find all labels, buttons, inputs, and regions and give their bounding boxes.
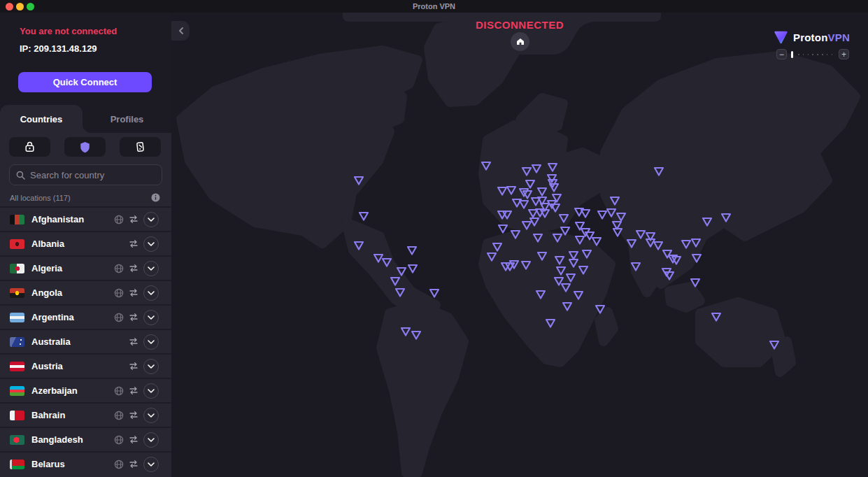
server-pin[interactable] bbox=[768, 339, 781, 350]
server-pin[interactable] bbox=[553, 255, 566, 266]
country-row[interactable]: Belarus bbox=[0, 451, 171, 476]
server-pin[interactable] bbox=[532, 232, 544, 243]
country-row-icons bbox=[114, 310, 159, 325]
expand-country-button[interactable] bbox=[143, 261, 159, 276]
country-row[interactable]: Bangladesh bbox=[0, 427, 171, 451]
country-row[interactable]: Angola bbox=[0, 280, 171, 304]
country-row[interactable]: Bahrain bbox=[0, 402, 171, 427]
ip-address-label: IP: 209.131.48.129 bbox=[20, 43, 97, 54]
tab-countries[interactable]: Countries bbox=[0, 105, 83, 133]
country-list: Afghanistan Albania bbox=[0, 206, 171, 476]
server-pin[interactable] bbox=[581, 248, 593, 259]
server-pin[interactable] bbox=[689, 277, 702, 288]
expand-country-button[interactable] bbox=[143, 334, 159, 350]
server-pin[interactable] bbox=[380, 257, 393, 268]
server-pin[interactable] bbox=[505, 185, 518, 196]
server-pin[interactable] bbox=[560, 282, 572, 293]
chevron-down-icon bbox=[148, 315, 155, 320]
server-pin[interactable] bbox=[557, 213, 570, 224]
secure-core-filter-button[interactable] bbox=[9, 137, 50, 157]
server-pin[interactable] bbox=[579, 208, 592, 219]
server-pin[interactable] bbox=[544, 318, 557, 329]
expand-country-button[interactable] bbox=[143, 285, 159, 301]
server-pin[interactable] bbox=[406, 245, 418, 256]
flag-bangladesh bbox=[10, 435, 24, 445]
server-pin[interactable] bbox=[663, 270, 676, 281]
sidebar-tabs: Countries Profiles bbox=[0, 105, 171, 133]
server-pin[interactable] bbox=[690, 252, 703, 264]
server-pin[interactable] bbox=[536, 250, 548, 262]
server-pin[interactable] bbox=[520, 259, 532, 271]
tor-filter-button[interactable] bbox=[120, 137, 161, 157]
country-row[interactable]: Algeria bbox=[0, 255, 171, 280]
server-pin[interactable] bbox=[611, 227, 624, 238]
server-pin[interactable] bbox=[559, 225, 571, 236]
country-row[interactable]: Austria bbox=[0, 353, 171, 378]
info-icon[interactable] bbox=[151, 193, 160, 202]
server-pin[interactable] bbox=[508, 259, 520, 270]
expand-country-button[interactable] bbox=[143, 432, 159, 448]
server-pin[interactable] bbox=[480, 160, 492, 171]
country-row[interactable]: Azerbaijan bbox=[0, 378, 171, 402]
home-button[interactable] bbox=[511, 32, 529, 51]
expand-country-button[interactable] bbox=[143, 310, 159, 325]
server-pin[interactable] bbox=[406, 263, 419, 274]
server-pin[interactable] bbox=[485, 251, 498, 262]
server-pin[interactable] bbox=[497, 223, 509, 234]
p2p-shield-filter-button[interactable] bbox=[64, 137, 106, 157]
server-pin[interactable] bbox=[546, 162, 559, 173]
server-pin[interactable] bbox=[428, 287, 441, 299]
search-input[interactable] bbox=[30, 170, 155, 180]
expand-country-button[interactable] bbox=[143, 383, 159, 399]
p2p-arrows-icon bbox=[129, 337, 138, 346]
country-row[interactable]: Australia bbox=[0, 329, 171, 353]
chevron-down-icon bbox=[148, 438, 155, 442]
server-pin[interactable] bbox=[353, 240, 365, 251]
country-name: Bangladesh bbox=[31, 434, 107, 445]
p2p-arrows-icon bbox=[129, 288, 138, 297]
server-pin[interactable] bbox=[590, 236, 603, 247]
zoom-out-button[interactable]: − bbox=[776, 49, 787, 59]
quick-connect-button[interactable]: Quick Connect bbox=[18, 72, 152, 92]
server-pin[interactable] bbox=[653, 166, 665, 177]
server-pin[interactable] bbox=[530, 163, 543, 174]
expand-country-button[interactable] bbox=[143, 457, 159, 472]
collapse-sidebar-button[interactable] bbox=[171, 21, 190, 41]
server-pin[interactable] bbox=[520, 220, 533, 231]
country-row[interactable]: Albania bbox=[0, 231, 171, 255]
server-pin[interactable] bbox=[572, 290, 585, 301]
server-pin[interactable] bbox=[701, 216, 713, 227]
country-row[interactable]: Argentina bbox=[0, 304, 171, 329]
flag-afghanistan bbox=[10, 215, 24, 225]
server-pin[interactable] bbox=[720, 212, 732, 223]
zoom-slider[interactable] bbox=[791, 50, 834, 59]
expand-country-button[interactable] bbox=[143, 236, 159, 252]
server-pin[interactable] bbox=[548, 182, 560, 193]
server-pin[interactable] bbox=[574, 234, 586, 245]
server-pin[interactable] bbox=[594, 304, 606, 315]
server-pin[interactable] bbox=[710, 311, 723, 322]
tab-profiles[interactable]: Profiles bbox=[83, 105, 171, 133]
server-pin[interactable] bbox=[629, 261, 642, 272]
server-pin[interactable] bbox=[670, 255, 683, 266]
zoom-slider-knob[interactable] bbox=[791, 51, 793, 58]
window-title: Proton VPN bbox=[0, 2, 868, 10]
server-pin[interactable] bbox=[501, 209, 513, 220]
server-pin[interactable] bbox=[394, 287, 406, 298]
country-row[interactable]: Afghanistan bbox=[0, 206, 171, 231]
expand-country-button[interactable] bbox=[143, 408, 159, 423]
server-pin[interactable] bbox=[609, 195, 621, 206]
protonvpn-logo: ProtonVPN bbox=[774, 29, 850, 45]
expand-country-button[interactable] bbox=[143, 359, 159, 374]
server-pin[interactable] bbox=[690, 237, 702, 248]
server-pin[interactable] bbox=[410, 329, 422, 341]
expand-country-button[interactable] bbox=[143, 212, 159, 227]
server-pin[interactable] bbox=[561, 301, 574, 312]
zoom-in-button[interactable]: + bbox=[839, 49, 849, 59]
server-pin[interactable] bbox=[534, 289, 547, 300]
server-pin[interactable] bbox=[357, 211, 370, 222]
server-pin[interactable] bbox=[577, 264, 590, 276]
countries-panel: All locations (117) Afghanistan bbox=[0, 133, 171, 477]
server-pin[interactable] bbox=[389, 276, 401, 287]
server-pin[interactable] bbox=[353, 175, 365, 186]
